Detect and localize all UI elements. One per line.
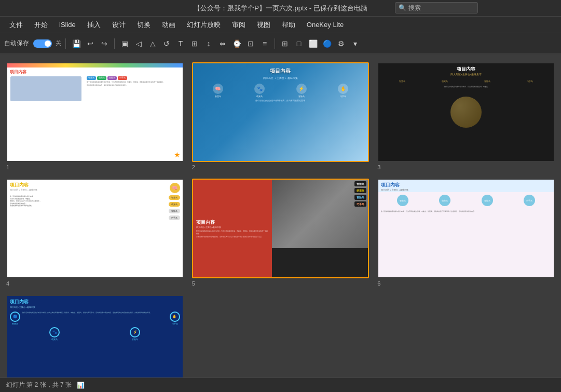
toolbar-sep-3: [275, 38, 275, 49]
btn12[interactable]: ⊡: [244, 37, 257, 50]
slide-thumb-5[interactable]: 项目内容 四大岛区+主舞台+趣味市集 整个活动场地将流动多年设计布局，分为不同的…: [192, 179, 370, 287]
undo-btn[interactable]: ↩: [84, 37, 97, 50]
btn17[interactable]: 🔵: [321, 37, 333, 50]
slide-thumb-4[interactable]: 项目内容 四大岛区 + 主舞台 + 趣味市集 🧠 整个活动场地将流动多年设计布局…: [6, 179, 184, 287]
slide-thumb-2[interactable]: 项目内容 四大岛区 + 主舞台 + 趣味市集 🧠 智慧岛 🐾 萌宠岛 ⚡: [192, 62, 370, 170]
menu-item-文件[interactable]: 文件: [4, 18, 28, 32]
star-badge-1: ★: [174, 151, 181, 159]
menu-bar: 文件开始iSlide插入设计切换动画幻灯片放映审阅视图帮助OneKey Lite: [0, 17, 561, 33]
btn13[interactable]: ≡: [258, 37, 271, 50]
toolbar: 自动保存 关 💾 ↩ ↪ ▣ ◁ △ ↺ T ⊞ ↕ ⇔ ⌚ ⊡ ≡ ⊞ □ ⬜…: [0, 33, 561, 54]
slide-info: 幻灯片 第 2 张，共 7 张: [6, 381, 72, 389]
menu-item-OneKey Lite[interactable]: OneKey Lite: [302, 19, 349, 31]
title-text: 【公众号：跟我学个P】一页六次.pptx - 已保存到这台电脑: [194, 4, 367, 13]
slide-img-1: 项目内容 智慧岛 萌宠岛 冒险岛 巧手岛 整个活动场地: [6, 62, 184, 162]
search-placeholder: 搜索: [408, 4, 421, 12]
btn15[interactable]: □: [293, 37, 305, 50]
menu-item-审阅[interactable]: 审阅: [227, 18, 251, 32]
btn6[interactable]: ↺: [160, 37, 173, 50]
chevron-down-icon[interactable]: ▾: [349, 37, 361, 50]
slide-img-3: 项目内容 四大岛区+主舞台+趣味集市 智慧岛 萌宠岛 冒险岛 巧手岛 整个活动场…: [377, 62, 555, 162]
menu-item-帮助[interactable]: 帮助: [277, 18, 300, 32]
menu-item-开始[interactable]: 开始: [29, 18, 53, 32]
btn10[interactable]: ⇔: [216, 37, 229, 50]
slide-number-1: 1: [6, 164, 184, 170]
btn18[interactable]: ⚙: [335, 37, 347, 50]
slides-panel: 项目内容 智慧岛 萌宠岛 冒险岛 巧手岛 整个活动场地: [0, 54, 561, 377]
slide-thumb-7[interactable]: 项目内容 四大岛区+主舞台+趣味市集 🔵 智慧岛 整个活动场地将流动多年设计布局…: [6, 295, 184, 377]
slide-number-2: 2: [192, 164, 370, 170]
btn11[interactable]: ⌚: [230, 37, 243, 50]
btn7[interactable]: T: [174, 37, 187, 50]
slide-thumb-1[interactable]: 项目内容 智慧岛 萌宠岛 冒险岛 巧手岛 整个活动场地: [6, 62, 184, 170]
auto-save-toggle[interactable]: [33, 39, 52, 48]
auto-save-label: 自动保存: [4, 39, 29, 48]
toolbar-sep-2: [114, 38, 115, 49]
redo-btn[interactable]: ↪: [98, 37, 111, 50]
btn3[interactable]: ▣: [118, 37, 131, 50]
btn9[interactable]: ↕: [202, 37, 215, 50]
main-area: 项目内容 智慧岛 萌宠岛 冒险岛 巧手岛 整个活动场地: [0, 54, 561, 377]
menu-item-插入[interactable]: 插入: [82, 18, 106, 32]
menu-item-动画[interactable]: 动画: [157, 18, 181, 32]
btn8[interactable]: ⊞: [188, 37, 201, 50]
status-icon: 📊: [77, 382, 85, 389]
status-bar: 幻灯片 第 2 张，共 7 张 📊: [0, 377, 561, 392]
btn4[interactable]: ◁: [132, 37, 145, 50]
slide-img-4: 项目内容 四大岛区 + 主舞台 + 趣味市集 🧠 整个活动场地将流动多年设计布局…: [6, 179, 184, 278]
btn14[interactable]: ⊞: [279, 37, 291, 50]
menu-item-iSlide[interactable]: iSlide: [54, 19, 81, 31]
title-bar: 【公众号：跟我学个P】一页六次.pptx - 已保存到这台电脑 🔍 搜索: [0, 0, 561, 17]
slide-img-7: 项目内容 四大岛区+主舞台+趣味市集 🔵 智慧岛 整个活动场地将流动多年设计布局…: [6, 295, 184, 377]
slide-thumb-6[interactable]: 项目内容 四大岛区 + 主舞台 + 趣味市集 智慧岛 萌宠岛 冒险岛: [377, 179, 555, 287]
search-box[interactable]: 🔍 搜索: [395, 2, 478, 13]
slide-number-6: 6: [377, 280, 555, 287]
toggle-state-label: 关: [56, 39, 61, 47]
slide-img-6: 项目内容 四大岛区 + 主舞台 + 趣味市集 智慧岛 萌宠岛 冒险岛: [377, 179, 555, 278]
slide-number-5: 5: [192, 280, 370, 287]
toolbar-separator-1: [65, 38, 66, 49]
menu-item-视图[interactable]: 视图: [252, 18, 276, 32]
slide-number-3: 3: [377, 164, 555, 170]
menu-item-切换[interactable]: 切换: [132, 18, 156, 32]
slide-img-2: 项目内容 四大岛区 + 主舞台 + 趣味市集 🧠 智慧岛 🐾 萌宠岛 ⚡: [192, 62, 370, 162]
menu-item-设计[interactable]: 设计: [107, 18, 131, 32]
slide-number-4: 4: [6, 280, 184, 287]
btn5[interactable]: △: [146, 37, 159, 50]
slide-img-5: 项目内容 四大岛区+主舞台+趣味市集 整个活动场地将流动多年设计布局，分为不同的…: [192, 179, 370, 278]
slide-thumb-3[interactable]: 项目内容 四大岛区+主舞台+趣味集市 智慧岛 萌宠岛 冒险岛 巧手岛 整个活动场…: [377, 62, 555, 170]
search-icon: 🔍: [399, 4, 406, 11]
menu-item-幻灯片放映[interactable]: 幻灯片放映: [182, 18, 226, 32]
save-btn[interactable]: 💾: [70, 37, 83, 50]
btn16[interactable]: ⬜: [307, 37, 319, 50]
toolbar-group-main: 💾 ↩ ↪ ▣ ◁ △ ↺ T ⊞ ↕ ⇔ ⌚ ⊡ ≡ ⊞ □ ⬜ 🔵 ⚙ ▾: [70, 37, 361, 50]
